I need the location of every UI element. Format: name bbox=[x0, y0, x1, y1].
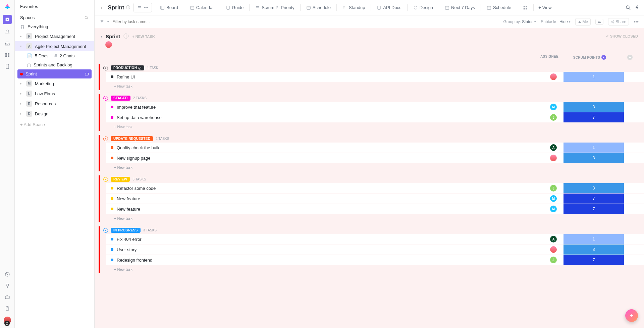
task-points[interactable]: 7 bbox=[564, 255, 624, 265]
task-name[interactable]: User story bbox=[117, 247, 543, 252]
group-header[interactable]: ▾ STAGED 2 TASKS bbox=[100, 94, 644, 102]
add-task-row[interactable]: + New task bbox=[100, 82, 644, 90]
more-icon[interactable]: ••• bbox=[634, 19, 639, 24]
task-assignee[interactable]: M bbox=[543, 104, 564, 110]
add-column-button[interactable]: + bbox=[620, 55, 640, 60]
view-api-docs[interactable]: API Docs bbox=[373, 3, 405, 12]
task-points[interactable]: 7 bbox=[564, 204, 624, 214]
home-icon[interactable] bbox=[3, 15, 12, 24]
task-points[interactable]: 3 bbox=[564, 153, 624, 163]
task-assignee[interactable]: M bbox=[543, 195, 564, 202]
task-row[interactable]: New signup page 3 bbox=[106, 153, 644, 163]
task-points[interactable]: 1 bbox=[564, 234, 624, 244]
view-list-active[interactable]: ••• bbox=[133, 3, 152, 12]
collapse-group-icon[interactable]: ▾ bbox=[103, 228, 108, 233]
add-task-row[interactable]: + New task bbox=[100, 163, 644, 171]
task-name[interactable]: New feature bbox=[117, 196, 543, 201]
task-assignee[interactable]: J bbox=[543, 185, 564, 192]
task-name[interactable]: Quality check the build bbox=[117, 145, 543, 150]
group-header[interactable]: ▾ UPDATE REQUESTED 2 TASKS bbox=[100, 135, 644, 143]
task-row[interactable]: Redesign frontend J 7 bbox=[106, 255, 644, 265]
briefcase-icon[interactable] bbox=[4, 294, 11, 300]
space-design[interactable]: ▸DDesign bbox=[15, 109, 94, 119]
group-header[interactable]: ▾ PRODUCTION 1 TASK bbox=[100, 64, 644, 72]
view-standup[interactable]: #Standup bbox=[339, 3, 369, 12]
task-name[interactable]: New signup page bbox=[117, 156, 543, 161]
task-name[interactable]: Refactor some code bbox=[117, 186, 543, 191]
add-task-row[interactable]: + New task bbox=[100, 265, 644, 273]
task-row[interactable]: Refactor some code J 3 bbox=[106, 183, 644, 193]
task-assignee[interactable] bbox=[543, 246, 564, 253]
task-row[interactable]: Fix 404 error A 1 bbox=[106, 234, 644, 244]
automations-icon[interactable] bbox=[635, 5, 640, 11]
me-filter-button[interactable]: Me bbox=[575, 18, 591, 25]
inbox-icon[interactable] bbox=[4, 40, 11, 47]
subtasks-dropdown[interactable]: Subtasks: Hide ▾ bbox=[541, 19, 570, 24]
task-assignee[interactable]: J bbox=[543, 257, 564, 263]
col-scrum-points[interactable]: SCRUM POINTS▲ bbox=[559, 55, 620, 60]
collapse-group-icon[interactable]: ▾ bbox=[103, 66, 108, 70]
task-assignee[interactable] bbox=[543, 73, 564, 80]
search-icon[interactable] bbox=[625, 5, 631, 11]
new-task-button[interactable]: + NEW TASK bbox=[132, 35, 155, 39]
filter-dropdown-icon[interactable]: ▾ bbox=[107, 20, 109, 23]
group-header[interactable]: ▾ IN PROGRESS 3 TASKS bbox=[100, 226, 644, 234]
space-agile-project-management[interactable]: ▾AAgile Project Management bbox=[15, 41, 94, 51]
add-space-button[interactable]: + Add Space bbox=[15, 119, 94, 130]
space-resources[interactable]: ▸RResources bbox=[15, 99, 94, 109]
col-assignee[interactable]: ASSIGNEE bbox=[539, 55, 559, 60]
view-guide[interactable]: Guide bbox=[222, 3, 248, 12]
collapse-group-icon[interactable]: ▾ bbox=[103, 177, 108, 182]
help-icon[interactable] bbox=[4, 271, 11, 278]
task-points[interactable]: 7 bbox=[564, 194, 624, 204]
info-icon[interactable]: ⓘ bbox=[123, 33, 129, 40]
task-points[interactable]: 3 bbox=[564, 244, 624, 255]
task-assignee[interactable] bbox=[543, 155, 564, 161]
view-design[interactable]: Design bbox=[410, 3, 437, 12]
space-project-management[interactable]: ▸PProject Management bbox=[15, 31, 94, 41]
view-grid[interactable] bbox=[519, 3, 531, 12]
group-header[interactable]: ▾ REVIEW 3 TASKS bbox=[100, 175, 644, 183]
view-board[interactable]: Board bbox=[156, 3, 182, 12]
task-assignee[interactable]: A bbox=[543, 144, 564, 151]
task-points[interactable]: 3 bbox=[564, 183, 624, 193]
filter-input[interactable] bbox=[112, 19, 179, 24]
assignee-filter-button[interactable] bbox=[595, 19, 603, 25]
task-name[interactable]: Redesign frontend bbox=[117, 258, 543, 263]
collapse-list-icon[interactable]: ▾ bbox=[101, 35, 102, 38]
task-row[interactable]: Quality check the build A 1 bbox=[106, 143, 644, 153]
task-row[interactable]: Refine UI 1 bbox=[106, 72, 644, 82]
doc-icon[interactable] bbox=[4, 63, 11, 70]
view-scrum-priority[interactable]: Scrum Pt Priority bbox=[252, 3, 298, 12]
task-name[interactable]: New feature bbox=[117, 207, 543, 212]
task-points[interactable]: 3 bbox=[564, 102, 624, 112]
view-next-7-days[interactable]: Next 7 Days bbox=[441, 3, 479, 12]
trophy-icon[interactable] bbox=[4, 282, 11, 289]
task-row[interactable]: Set up data warehouse J 7 bbox=[106, 112, 644, 122]
filter-icon[interactable] bbox=[100, 20, 104, 24]
workspace-avatar[interactable]: 2 bbox=[4, 317, 11, 324]
apps-icon[interactable] bbox=[4, 52, 11, 58]
share-button[interactable]: Share bbox=[608, 18, 629, 25]
clipboard-icon[interactable] bbox=[4, 305, 11, 312]
add-task-row[interactable]: + New task bbox=[100, 214, 644, 222]
search-icon[interactable] bbox=[84, 15, 89, 20]
task-name[interactable]: Fix 404 error bbox=[117, 237, 543, 242]
show-closed-button[interactable]: ✓ SHOW CLOSED bbox=[606, 34, 638, 39]
task-name[interactable]: Improve that feature bbox=[117, 105, 543, 110]
quick-create-fab[interactable]: + bbox=[625, 309, 638, 322]
list-owner-avatar[interactable] bbox=[105, 41, 112, 48]
folder-sprints-backlog[interactable]: ▢Sprints and Backlog bbox=[15, 60, 94, 69]
favorites-header[interactable]: Favorites bbox=[15, 0, 94, 11]
docs-row[interactable]: 📄5 Docs#2 Chats bbox=[15, 51, 94, 60]
bell-icon[interactable] bbox=[4, 29, 11, 36]
clickup-logo-icon[interactable] bbox=[4, 3, 11, 10]
add-task-row[interactable]: + New task bbox=[100, 123, 644, 131]
task-name[interactable]: Refine UI bbox=[117, 74, 543, 79]
task-assignee[interactable]: A bbox=[543, 236, 564, 242]
collapse-sidebar-icon[interactable]: ‹ bbox=[99, 5, 104, 11]
view-calendar[interactable]: Calendar bbox=[186, 3, 218, 12]
group-by-dropdown[interactable]: Group by: Status ▾ bbox=[503, 19, 536, 24]
space-law-firms[interactable]: ▸LLaw Firms bbox=[15, 89, 94, 99]
add-view-button[interactable]: +View bbox=[536, 3, 554, 12]
